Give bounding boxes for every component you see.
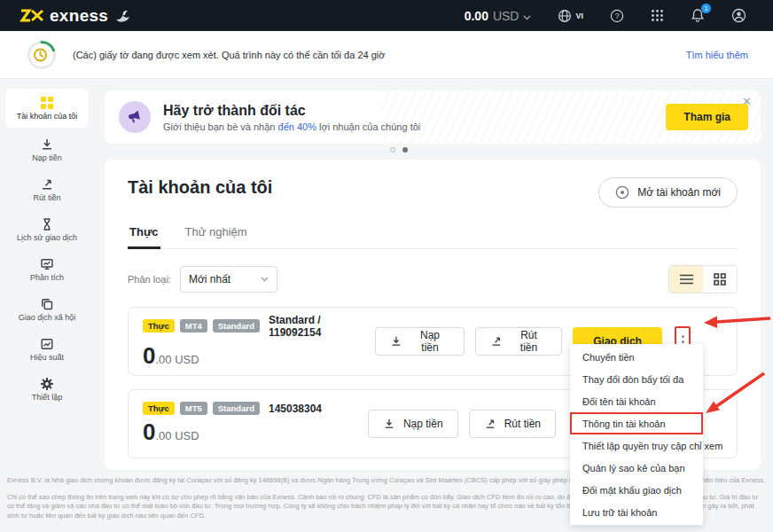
plan-tag: Standard: [213, 402, 260, 415]
grid-view-icon: [714, 273, 726, 286]
sidebar-item-settings[interactable]: Thiết lập: [5, 372, 89, 407]
account-balance: 0.00 USD: [143, 342, 375, 370]
view-toggle: [668, 265, 738, 293]
carousel-dot[interactable]: [390, 147, 395, 153]
deposit-icon: [383, 418, 395, 430]
menu-item-account-info[interactable]: Thông tin tài khoản: [570, 412, 703, 434]
account-name: 145038304: [269, 403, 322, 415]
platform-tag: MT4: [180, 319, 207, 332]
join-partner-button[interactable]: Tham gia: [666, 104, 748, 130]
deposit-icon: [40, 137, 54, 152]
account-type-tag: Thực: [143, 319, 175, 332]
list-view-icon: [680, 274, 693, 285]
promo-carousel: [390, 147, 408, 153]
copy-trading-icon: [40, 297, 54, 311]
list-view-button[interactable]: [669, 266, 703, 293]
account-options-menu: Chuyển tiền Thay đổi đòn bẩy tối đa Đổi …: [570, 344, 703, 525]
sort-select[interactable]: Mới nhất: [180, 266, 277, 293]
notifications-button[interactable]: 1: [691, 8, 705, 23]
pending-clock-icon: [27, 40, 57, 70]
promo-highlight: đến 40%: [278, 121, 316, 132]
tab-real[interactable]: Thực: [128, 220, 160, 249]
tab-demo[interactable]: Thử nghiệm: [183, 220, 249, 248]
brand-name: exness: [50, 6, 108, 26]
page-title: Tài khoản của tôi: [128, 177, 272, 198]
top-bar: exness 0.00 USD VI ?: [0, 0, 773, 31]
sidebar-item-social-trading[interactable]: Giao dịch xã hội: [5, 292, 89, 327]
chevron-down-icon: [523, 15, 531, 20]
filter-row: Phân loại: Mới nhất: [128, 265, 738, 293]
grid-view-button[interactable]: [703, 266, 737, 293]
sidebar-item-history[interactable]: Lịch sử giao dịch: [5, 212, 89, 247]
menu-item-transfer[interactable]: Chuyển tiền: [570, 346, 703, 368]
avatar-icon: [731, 8, 746, 23]
sidebar-item-my-accounts[interactable]: Tài khoản của tôi: [5, 89, 89, 128]
sidebar-item-performance[interactable]: Hiệu suất: [5, 332, 89, 367]
verification-notice-bar: (Các) giấy tờ đang được xem xét. Quá trì…: [0, 31, 773, 79]
withdraw-button[interactable]: Rút tiền: [475, 327, 562, 356]
promo-subtitle: Giới thiệu bạn bè và nhận đến 40% lợi nh…: [163, 121, 666, 132]
open-new-account-button[interactable]: Mở tài khoản mới: [598, 177, 738, 207]
performance-icon: [40, 337, 54, 351]
menu-item-viewonly-access[interactable]: Thiết lập quyền truy cập chỉ xem: [570, 434, 703, 457]
account-balance: 0.00 USD: [143, 419, 322, 446]
account-type-tag: Thực: [143, 402, 175, 415]
chevron-down-icon: [261, 277, 269, 282]
withdraw-button[interactable]: Rút tiền: [469, 410, 556, 438]
deposit-button[interactable]: Nạp tiền: [375, 327, 465, 356]
sidebar: Tài khoản của tôi Nạp tiền Rút tiền Lịch…: [0, 85, 94, 415]
plus-circle-icon: [615, 185, 629, 200]
notification-badge: 1: [701, 4, 711, 13]
apps-grid-icon: [651, 9, 664, 22]
platform-tag: MT5: [180, 402, 207, 415]
globe-icon: [558, 9, 572, 23]
promo-text: Hãy trở thành đối tác Giới thiệu bạn bè …: [163, 103, 666, 132]
topbar-actions: 0.00 USD VI ?: [465, 8, 746, 23]
exness-logo-mark: [20, 9, 44, 22]
balance-selector[interactable]: 0.00 USD: [465, 9, 532, 23]
plan-tag: Standard: [213, 319, 260, 332]
withdraw-icon: [484, 418, 496, 430]
deposit-icon: [390, 335, 402, 348]
language-code: VI: [575, 12, 583, 20]
account-name: Standard / 119092154: [269, 314, 375, 339]
megaphone-icon: [119, 101, 151, 133]
language-selector[interactable]: VI: [558, 9, 583, 23]
sidebar-item-deposit[interactable]: Nạp tiền: [5, 132, 89, 168]
partner-promo-banner: Hãy trở thành đối tác Giới thiệu bạn bè …: [105, 90, 761, 144]
deposit-button[interactable]: Nạp tiền: [368, 410, 458, 438]
menu-item-manage-statements[interactable]: Quản lý sao kê của bạn: [570, 457, 703, 479]
balance-amount: 0.00: [465, 9, 488, 23]
grid-icon: [40, 96, 54, 110]
notice-message: (Các) giấy tờ đang được xem xét. Quá trì…: [73, 50, 686, 60]
withdraw-icon: [490, 335, 503, 348]
svg-text:?: ?: [615, 12, 620, 20]
sort-label: Phân loại:: [128, 274, 171, 285]
promo-title: Hãy trở thành đối tác: [163, 103, 666, 119]
account-tabs: Thực Thử nghiệm: [128, 220, 738, 249]
gear-icon: [40, 377, 54, 391]
menu-item-rename-account[interactable]: Đổi tên tài khoản: [570, 390, 703, 412]
profile-button[interactable]: [731, 8, 746, 23]
apps-menu-button[interactable]: [651, 9, 664, 22]
withdraw-icon: [40, 177, 54, 192]
menu-item-change-trading-password[interactable]: Đổi mật khẩu giao dịch: [570, 479, 703, 501]
exness-logo[interactable]: exness: [20, 6, 131, 26]
menu-item-archive-account[interactable]: Lưu trữ tài khoản: [570, 501, 703, 523]
question-icon: ?: [610, 9, 624, 23]
sidebar-item-withdraw[interactable]: Rút tiền: [5, 172, 89, 207]
learn-more-link[interactable]: Tìm hiểu thêm: [686, 50, 748, 60]
sidebar-item-analytics[interactable]: Phân tích: [5, 252, 89, 287]
hourglass-icon: [40, 217, 54, 231]
monitor-chart-icon: [40, 257, 54, 271]
dove-icon: [113, 9, 131, 23]
carousel-dot[interactable]: [402, 147, 408, 153]
balance-currency: USD: [493, 9, 519, 23]
help-button[interactable]: ?: [610, 9, 624, 23]
menu-item-change-leverage[interactable]: Thay đổi đòn bẩy tối đa: [570, 368, 703, 390]
